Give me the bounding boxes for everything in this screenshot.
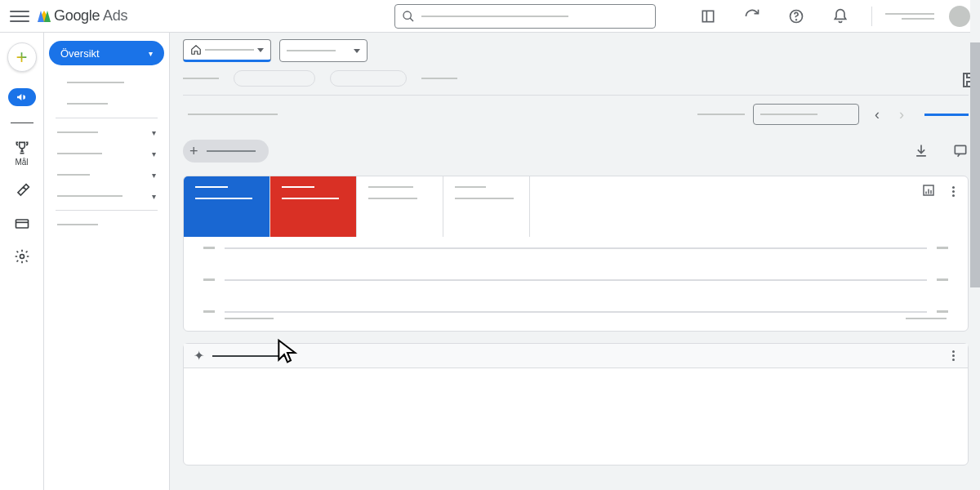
reports-icon[interactable]	[700, 8, 716, 24]
ads-logo-icon	[38, 11, 51, 22]
breadcrumb-item[interactable]	[421, 78, 457, 79]
rail-divider	[11, 122, 33, 123]
scrollbar-thumb[interactable]	[970, 42, 980, 287]
plus-icon: +	[16, 46, 27, 69]
nav-separator	[56, 210, 158, 211]
feedback-icon[interactable]	[952, 143, 969, 159]
admin-rail-item[interactable]	[14, 248, 30, 265]
filter-chip[interactable]	[330, 70, 407, 87]
x-axis-start	[225, 318, 274, 319]
account-id-placeholder	[902, 18, 934, 20]
card-menu-icon[interactable]	[949, 183, 958, 200]
metric-tile-3[interactable]	[357, 176, 443, 237]
account-name-placeholder	[885, 13, 934, 15]
campaign-selector[interactable]	[279, 39, 368, 62]
breadcrumb-item[interactable]	[183, 78, 219, 79]
tools-rail-item[interactable]	[14, 183, 30, 199]
main-content: ‹ › +	[170, 33, 980, 490]
svg-rect-6	[16, 220, 28, 228]
trophy-icon	[14, 140, 30, 156]
page-title	[188, 114, 278, 115]
nav-group-1[interactable]: ▾	[44, 122, 169, 143]
goals-rail-item[interactable]: Mål	[14, 140, 30, 167]
search-icon	[402, 10, 415, 23]
metric-tile-4[interactable]	[443, 176, 530, 237]
metric-tile-2[interactable]	[270, 176, 357, 237]
goals-label: Mål	[15, 158, 28, 167]
sparkle-icon: ✦	[194, 348, 204, 363]
dropdown-arrow-icon	[257, 48, 264, 52]
top-bar: Google Ads	[0, 0, 980, 33]
metrics-card	[183, 176, 969, 332]
chevron-down-icon: ▾	[149, 49, 153, 58]
svg-line-1	[410, 18, 413, 21]
svg-point-5	[796, 19, 797, 20]
metric-tile-1[interactable]	[184, 176, 270, 237]
campaigns-rail-button[interactable]	[8, 88, 36, 106]
help-icon[interactable]	[788, 8, 804, 24]
card-icon	[14, 216, 30, 232]
avatar[interactable]	[949, 6, 970, 27]
left-rail: + Mål	[0, 33, 44, 490]
card-menu-icon[interactable]	[949, 347, 958, 364]
insights-card: ✦	[183, 343, 969, 466]
nav-separator	[56, 118, 158, 118]
gear-icon	[14, 248, 30, 265]
svg-rect-2	[702, 11, 713, 21]
megaphone-icon	[16, 91, 29, 104]
next-period-button[interactable]: ›	[892, 105, 911, 124]
x-axis-end	[906, 318, 947, 319]
line-chart	[184, 237, 968, 331]
svg-rect-10	[955, 145, 965, 154]
search-input[interactable]	[394, 4, 656, 29]
notifications-icon[interactable]	[832, 8, 849, 24]
logo-text: Google Ads	[54, 7, 127, 24]
overview-nav-item[interactable]: Översikt ▾	[49, 41, 164, 65]
filter-chip[interactable]	[234, 70, 315, 87]
download-icon[interactable]	[913, 143, 929, 159]
prev-period-button[interactable]: ‹	[867, 105, 887, 124]
wrench-icon	[14, 183, 30, 199]
chevron-down-icon: ▾	[152, 171, 156, 180]
nav-group-3[interactable]: ▾	[44, 164, 169, 185]
chevron-down-icon: ▾	[152, 149, 156, 158]
insights-title	[212, 355, 286, 357]
svg-point-8	[20, 255, 24, 259]
nav-group-4[interactable]: ▾	[44, 185, 169, 207]
dropdown-arrow-icon	[354, 49, 360, 53]
billing-rail-item[interactable]	[14, 216, 30, 232]
expand-chart-icon[interactable]	[921, 183, 936, 198]
hamburger-icon[interactable]	[10, 7, 29, 26]
nav-group-2[interactable]: ▾	[44, 143, 169, 164]
plus-icon: +	[189, 143, 198, 160]
svg-point-0	[403, 11, 411, 19]
active-indicator	[924, 114, 969, 116]
date-label	[697, 114, 745, 115]
side-navigation: Översikt ▾ ▾ ▾ ▾ ▾	[44, 33, 170, 490]
nav-item-2[interactable]	[44, 93, 169, 114]
create-button[interactable]: +	[7, 42, 37, 72]
chevron-down-icon: ▾	[152, 128, 156, 137]
chevron-down-icon: ▾	[152, 192, 156, 201]
scrollbar-track[interactable]	[970, 0, 980, 490]
google-ads-logo[interactable]: Google Ads	[38, 7, 127, 24]
nav-item-1[interactable]	[44, 72, 169, 93]
nav-item-last[interactable]	[44, 214, 169, 235]
divider	[183, 95, 969, 96]
overview-label: Översikt	[60, 47, 100, 60]
add-filter-chip[interactable]: +	[183, 140, 269, 163]
breadcrumb-filters	[183, 70, 969, 87]
home-icon	[190, 44, 202, 56]
date-range-selector[interactable]	[753, 104, 859, 125]
separator	[871, 7, 872, 26]
refresh-icon[interactable]	[744, 8, 760, 24]
account-selector[interactable]	[183, 39, 271, 62]
